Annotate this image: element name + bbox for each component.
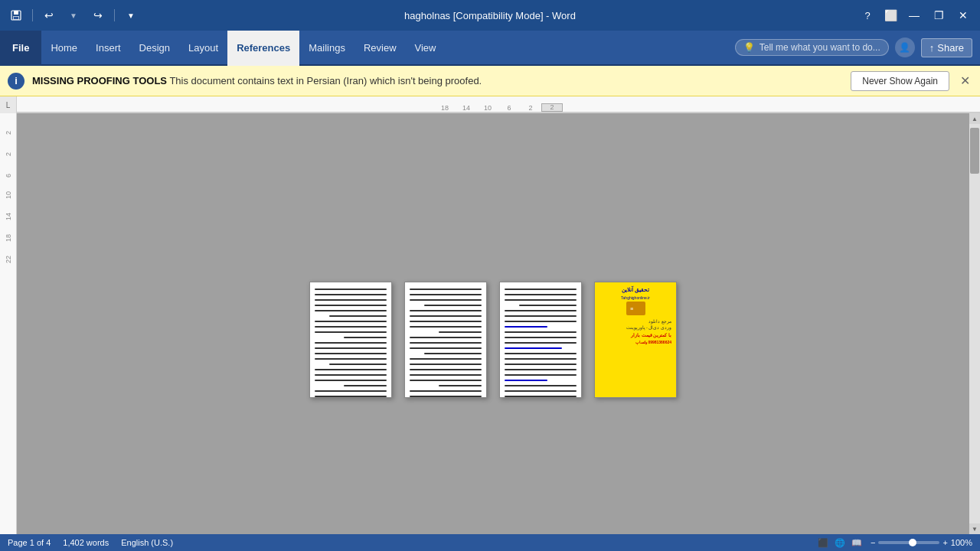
svg-rect-1: [14, 11, 18, 15]
maximize-button[interactable]: ❐: [928, 5, 949, 26]
separator2: [114, 9, 115, 21]
left-ruler-2b: 2: [5, 135, 12, 156]
top-ruler: 18 14 10 6 2 2: [17, 96, 980, 112]
ruler-num-14: 14: [456, 105, 477, 112]
view-buttons: ⬛ 🌐 📖: [815, 536, 864, 549]
ribbon-right: 💡 Tell me what you want to do... 👤 ↑ Sha…: [727, 31, 980, 64]
page-3-content: [500, 282, 581, 398]
restore-icon[interactable]: ⬜: [880, 5, 900, 25]
vertical-scrollbar: ▲ ▼: [969, 113, 980, 534]
ruler-area: L 18 14 10 6 2 2: [0, 96, 980, 113]
document-area: 2 2 6 10 14 18 22: [0, 113, 980, 534]
tab-home[interactable]: Home: [41, 31, 87, 66]
document-canvas: تحقیق آنلاین Tahghighonline.ir ≡ مرجع دا…: [17, 113, 969, 534]
info-icon: i: [8, 73, 24, 90]
left-ruler-2a: 2: [5, 113, 12, 135]
tab-file[interactable]: File: [0, 31, 41, 66]
info-bar: i MISSING PROOFING TOOLS This document c…: [0, 66, 980, 96]
zoom-level: 100%: [951, 538, 972, 547]
page-1-content: [310, 282, 391, 398]
info-text: MISSING PROOFING TOOLS This document con…: [32, 75, 843, 86]
page-info: Page 1 of 4: [8, 538, 51, 547]
tab-layout[interactable]: Layout: [179, 31, 227, 66]
status-right: ⬛ 🌐 📖 − + 100%: [815, 536, 972, 549]
info-message: This document contains text in Persian (…: [167, 75, 482, 86]
scroll-down-button[interactable]: ▼: [969, 523, 980, 534]
pages-row: تحقیق آنلاین Tahghighonline.ir ≡ مرجع دا…: [309, 282, 677, 398]
ruler-corner: L: [0, 96, 17, 113]
left-ruler-22: 22: [5, 242, 12, 263]
user-avatar[interactable]: 👤: [895, 37, 915, 57]
title-text: hagholnas [Compatibility Mode] - Word: [404, 10, 576, 21]
title-bar: ↩ ▼ ↪ ▼ hagholnas [Compatibility Mode] -…: [0, 0, 980, 31]
scroll-up-button[interactable]: ▲: [969, 113, 980, 124]
close-button[interactable]: ✕: [952, 5, 974, 26]
page-3: [499, 282, 582, 398]
print-layout-button[interactable]: ⬛: [815, 536, 831, 549]
help-icon[interactable]: ?: [858, 5, 877, 25]
ribbon: File Home Insert Design Layout Reference…: [0, 31, 980, 66]
tell-me-text: Tell me what you want to do...: [760, 42, 880, 53]
undo-arrow[interactable]: ▼: [64, 5, 83, 25]
ad-phone-number: 09981366624 واتساپ: [599, 340, 671, 344]
ruler-num-6: 6: [498, 105, 520, 112]
tab-references[interactable]: References: [227, 31, 299, 66]
web-layout-button[interactable]: 🌐: [832, 536, 848, 549]
zoom-area: − + 100%: [871, 538, 972, 547]
zoom-out-icon[interactable]: −: [871, 538, 875, 547]
page-2: [404, 282, 487, 398]
left-ruler-14: 14: [5, 199, 12, 220]
ad-promo-text: با کمترین قیمت بازار: [599, 333, 671, 337]
scroll-thumb[interactable]: [970, 128, 979, 174]
missing-tools-title: MISSING PROOFING TOOLS: [32, 75, 167, 86]
language-indicator: English (U.S.): [121, 538, 173, 547]
tab-insert[interactable]: Insert: [87, 31, 130, 66]
info-close-button[interactable]: ✕: [957, 73, 972, 89]
ad-url: Tahghighonline.ir: [599, 295, 671, 300]
share-button[interactable]: ↑ Share: [921, 38, 972, 57]
status-bar: Page 1 of 4 1,402 words English (U.S.) ⬛…: [0, 534, 980, 551]
window-controls: ? ⬜ — ❐ ✕: [858, 5, 974, 26]
lightbulb-icon: 💡: [743, 42, 755, 53]
tell-me-input[interactable]: 💡 Tell me what you want to do...: [735, 39, 889, 56]
page-4: تحقیق آنلاین Tahghighonline.ir ≡ مرجع دا…: [594, 282, 677, 398]
ruler-markings: 18 14 10 6 2 2: [17, 96, 980, 112]
svg-text:≡: ≡: [630, 306, 633, 311]
ad-logo: ≡: [630, 305, 641, 312]
tab-review[interactable]: Review: [354, 31, 406, 66]
tab-mailings[interactable]: Mailings: [299, 31, 354, 66]
word-count: 1,402 words: [63, 538, 109, 547]
never-show-again-button[interactable]: Never Show Again: [851, 71, 949, 91]
read-mode-button[interactable]: 📖: [849, 536, 864, 549]
ad-content: تحقیق آنلاین Tahghighonline.ir ≡ مرجع دا…: [595, 282, 676, 397]
window-title: hagholnas [Compatibility Mode] - Word: [404, 10, 576, 21]
page-2-content: [405, 282, 486, 398]
svg-rect-3: [14, 17, 18, 19]
share-icon: ↑: [929, 42, 935, 54]
quick-access-toolbar: ↩ ▼ ↪ ▼: [6, 5, 141, 25]
ruler-num-10: 10: [477, 105, 498, 112]
save-icon[interactable]: [6, 5, 26, 25]
separator: [32, 9, 33, 21]
tab-design[interactable]: Design: [130, 31, 179, 66]
minimize-button[interactable]: —: [903, 5, 925, 26]
customize-icon[interactable]: ▼: [121, 5, 141, 25]
redo-icon[interactable]: ↪: [88, 5, 108, 25]
page-1: [309, 282, 392, 398]
zoom-slider[interactable]: [878, 541, 939, 544]
ruler-num-2b: 2: [541, 103, 563, 112]
left-ruler-6: 6: [5, 156, 12, 178]
left-ruler-10: 10: [5, 178, 12, 199]
left-ruler-18: 18: [5, 220, 12, 242]
ruler-num-2: 2: [520, 105, 541, 112]
ruler-num-18: 18: [434, 105, 456, 112]
zoom-thumb: [909, 539, 916, 546]
zoom-in-icon[interactable]: +: [942, 538, 947, 547]
scroll-track[interactable]: [969, 124, 980, 523]
ad-title: تحقیق آنلاین: [599, 287, 671, 293]
tab-view[interactable]: View: [406, 31, 446, 66]
ad-body-text: مرجع دانلودوردی دی‌ال - پاورپوینت: [599, 319, 671, 331]
undo-icon[interactable]: ↩: [39, 5, 59, 25]
left-ruler: 2 2 6 10 14 18 22: [0, 113, 17, 534]
